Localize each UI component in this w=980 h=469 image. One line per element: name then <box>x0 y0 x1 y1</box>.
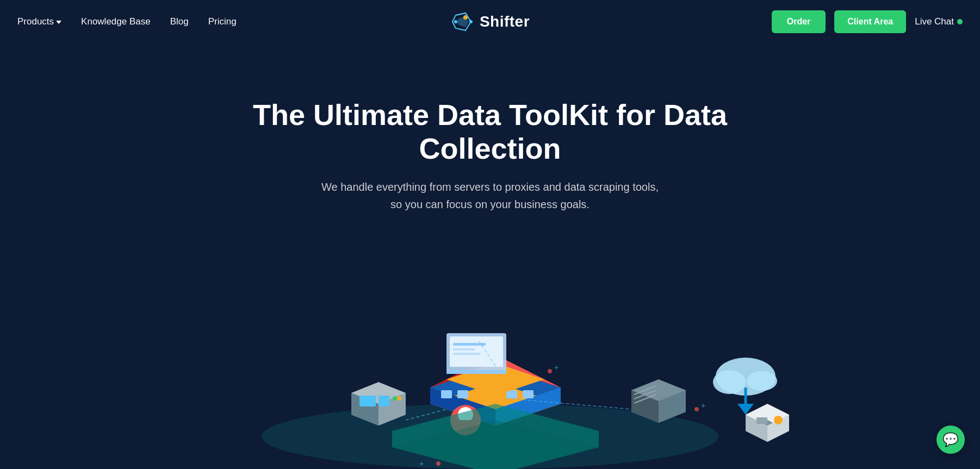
svg-text:+: + <box>554 363 559 372</box>
nav-products-menu[interactable]: Products <box>17 16 61 27</box>
products-label[interactable]: Products <box>17 16 54 27</box>
svg-rect-13 <box>457 390 468 398</box>
illustration-svg: + + + <box>191 252 789 469</box>
svg-rect-47 <box>756 417 767 424</box>
svg-rect-35 <box>453 353 480 355</box>
nav-right: Order Client Area Live Chat <box>772 10 963 33</box>
live-chat-link[interactable]: Live Chat <box>915 16 963 27</box>
hero-illustration: + + + <box>0 241 980 469</box>
svg-point-64 <box>436 461 441 466</box>
client-area-button[interactable]: Client Area <box>834 10 906 33</box>
nav-left: Products Knowledge Base Blog Pricing <box>17 16 237 27</box>
svg-rect-33 <box>453 343 486 346</box>
nav-knowledge-base[interactable]: Knowledge Base <box>81 16 151 27</box>
svg-rect-36 <box>446 370 506 374</box>
navbar: Products Knowledge Base Blog Pricing Shi… <box>0 0 980 43</box>
svg-point-62 <box>694 407 699 411</box>
hero-title: The Ultimate Data ToolKit for Data Colle… <box>245 98 735 165</box>
svg-line-5 <box>456 13 466 15</box>
svg-rect-12 <box>441 390 452 398</box>
svg-point-46 <box>774 416 783 424</box>
svg-rect-32 <box>450 336 503 367</box>
nav-blog[interactable]: Blog <box>170 16 189 27</box>
svg-rect-27 <box>359 396 376 407</box>
live-chat-label: Live Chat <box>915 16 954 27</box>
svg-point-39 <box>747 371 777 391</box>
hero-section: Products Knowledge Base Blog Pricing Shi… <box>0 0 980 469</box>
chevron-down-icon <box>56 21 61 24</box>
logo-text: Shifter <box>480 13 530 30</box>
svg-rect-15 <box>523 390 534 398</box>
chat-bubble-icon: 💬 <box>942 432 959 447</box>
svg-rect-34 <box>453 348 475 351</box>
hero-subtitle: We handle everything from servers to pro… <box>305 178 675 213</box>
svg-point-60 <box>548 369 552 373</box>
svg-text:+: + <box>701 401 705 410</box>
svg-point-4 <box>454 20 457 23</box>
svg-rect-28 <box>379 396 389 407</box>
logo-icon <box>450 10 474 34</box>
site-logo[interactable]: Shifter <box>450 10 530 34</box>
svg-text:+: + <box>419 459 424 468</box>
chat-bubble-button[interactable]: 💬 <box>936 426 965 454</box>
svg-point-30 <box>397 396 401 401</box>
svg-point-38 <box>713 370 746 394</box>
live-chat-online-dot <box>957 19 963 24</box>
svg-point-29 <box>393 396 397 401</box>
nav-pricing[interactable]: Pricing <box>208 16 237 27</box>
order-button[interactable]: Order <box>772 10 826 33</box>
